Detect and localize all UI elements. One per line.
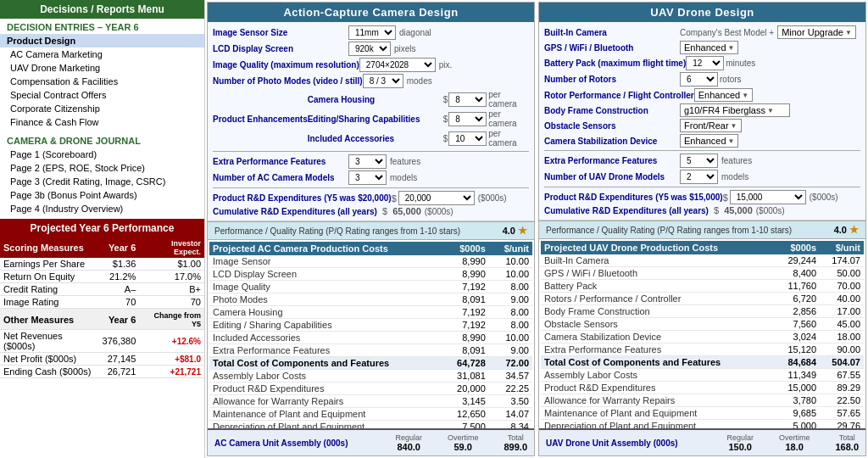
editing-sharing-unit: per camera (488, 109, 529, 128)
extra-perf-value: 3 features (348, 154, 420, 169)
netprofit-change: +$81.0 (139, 353, 204, 366)
cost-unit: 57.65 (820, 407, 864, 420)
image-quality-label: Image Quality (maximum resolution) (213, 60, 359, 70)
sidebar-journal-page3[interactable]: Page 3 (Credit Rating, Image, CSRC) (0, 175, 204, 188)
table-row: Depreciation of Plant and Equipment5,000… (541, 420, 864, 429)
editing-sharing-row: Editing/Sharing Capabilities $ 8 per cam… (308, 109, 529, 128)
battery-row: Battery Pack (maximum flight time) 12 mi… (544, 56, 860, 70)
cost-k: 3,024 (770, 331, 821, 344)
cost-name: Included Accessories (209, 332, 439, 344)
camera-rating-label: Performance / Quality Rating (P/Q Rating… (214, 226, 460, 236)
photo-modes-row: Number of Photo Modes (video / still) 8 … (213, 74, 529, 88)
sidebar-item-compensation[interactable]: Compensation & Facilities (0, 75, 204, 88)
extra-perf-select[interactable]: 3 (348, 154, 387, 169)
image-quality-value: 2704×2028 pix. (359, 58, 453, 72)
enhancements-items: Camera Housing $ 8 per camera Editing/Sh… (308, 90, 529, 148)
cost-name: Assembly Labor Costs (209, 370, 439, 383)
table-row: Product R&D Expenditures15,00089.29 (541, 382, 864, 394)
battery-select[interactable]: 12 (686, 56, 724, 70)
sidebar-journal-page2[interactable]: Page 2 (EPS, ROE, Stock Price) (0, 161, 204, 175)
table-row: Extra Performance Features15,12090.00 (541, 344, 864, 356)
cost-unit: 22.25 (489, 383, 532, 395)
cumulative-rd-row: Cumulative R&D Expenditures (all years) … (213, 206, 529, 216)
rotors-select[interactable]: 6 (680, 72, 718, 87)
cost-unit: 90.00 (820, 344, 864, 356)
photo-modes-select[interactable]: 8 / 3 (363, 74, 403, 88)
cost-k: 6,720 (770, 293, 821, 305)
table-row: Camera Housing7,1928.00 (209, 306, 532, 319)
cost-unit: 18.00 (820, 331, 864, 344)
image-quality-select[interactable]: 2704×2028 (359, 58, 436, 72)
num-drone-models-value: 2 models (680, 170, 748, 184)
cumulative-rd-value: $ 65,000 ($000s) (382, 206, 453, 216)
sidebar-item-corporate[interactable]: Corporate Citizenship (0, 102, 204, 115)
drone-overtime-header: Overtime (779, 433, 810, 442)
cost-k: 12,650 (439, 408, 489, 421)
journal-title: CAMERA & DRONE JOURNAL (0, 132, 204, 148)
cost-unit: 8.00 (489, 319, 532, 332)
cost-name: Allowance for Warranty Repairs (209, 395, 439, 408)
sidebar-journal-page3b[interactable]: Page 3b (Bonus Point Awards) (0, 188, 204, 202)
sidebar-item-product-design[interactable]: Product Design (0, 34, 204, 47)
drone-total-val: 168.0 (835, 442, 859, 452)
sidebar-journal-page4[interactable]: Page 4 (Industry Overview) (0, 202, 204, 215)
num-camera-models-select[interactable]: 3 (348, 170, 387, 185)
drone-rating-value: 4.0 ★ (834, 224, 859, 236)
lcd-row: LCD Display Screen 920k pixels (213, 42, 529, 56)
body-frame-select[interactable]: g10/FR4 Fiberglass ▼ (680, 103, 790, 117)
drone-rating-label: Performance / Quality Rating (P/Q Rating… (546, 226, 792, 235)
cost-unit: 8.00 (489, 281, 532, 293)
table-row: Depreciation of Plant and Equipment7,500… (209, 421, 532, 429)
cam-stabilization-select[interactable]: Enhanced ▼ (680, 134, 738, 148)
camera-rating-value: 4.0 ★ (503, 225, 527, 237)
drone-rd-select[interactable]: 15,000 (730, 190, 806, 204)
rd-label: Product R&D Expenditures (Y5 was $20,000… (213, 193, 392, 203)
cost-unit: 50.00 (820, 267, 864, 280)
sidebar-header: Decisions / Reports Menu (0, 0, 204, 19)
lcd-select[interactable]: 920k (348, 42, 391, 56)
cost-unit: 34.57 (489, 370, 532, 383)
rotor-perf-label: Rotor Performance / Flight Controller (544, 91, 694, 100)
cost-unit: 89.29 (820, 382, 864, 394)
camera-housing-select[interactable]: 8 (448, 92, 487, 107)
cost-unit: 9.00 (489, 293, 532, 306)
table-row: Return On Equity 21.2% 17.0% (0, 271, 204, 283)
sidebar-item-ac-camera[interactable]: AC Camera Marketing (0, 47, 204, 61)
accessories-unit: per camera (488, 129, 529, 148)
cost-name: Image Quality (209, 281, 439, 293)
rotor-perf-select[interactable]: Enhanced ▼ (694, 88, 753, 102)
editing-sharing-select[interactable]: 8 (448, 112, 487, 126)
credit-investor: B+ (139, 283, 204, 296)
photo-modes-value: 8 / 3 modes (363, 74, 432, 88)
cost-name: GPS / WiFi / Bluetooth (541, 267, 770, 280)
sidebar-item-uav-drone[interactable]: UAV Drone Marketing (0, 61, 204, 75)
dropdown-arrow-4: ▼ (767, 107, 774, 114)
sidebar-item-finance[interactable]: Finance & Cash Flow (0, 115, 204, 129)
obstacle-sensors-select[interactable]: Front/Rear ▼ (680, 119, 742, 132)
cost-name: Battery Pack (541, 280, 770, 293)
builtin-camera-select[interactable]: Minor Upgrade ▼ (777, 25, 856, 39)
image-sensor-select[interactable]: 11mm (348, 25, 396, 40)
panels-row: Action-Capture Camera Design Image Senso… (205, 0, 868, 458)
gps-select[interactable]: Enhanced ▼ (680, 41, 738, 54)
body-frame-row: Body Frame Construction g10/FR4 Fibergla… (544, 103, 860, 117)
sidebar-journal-page1[interactable]: Page 1 (Scoreboard) (0, 148, 204, 161)
table-row: Net Revenues ($000s) 376,380 +12.6% (0, 330, 204, 353)
endingcash-year6: 26,721 (99, 366, 140, 378)
cost-name: Camera Stabilization Device (541, 331, 770, 344)
cost-k: 20,000 (439, 383, 489, 395)
rd-select[interactable]: 20,000 (398, 191, 475, 205)
camera-housing-label: Camera Housing (308, 95, 443, 104)
num-drone-models-select[interactable]: 2 (680, 170, 718, 184)
sidebar-item-special-contracts[interactable]: Special Contract Offers (0, 88, 204, 102)
num-camera-models-unit: models (390, 173, 417, 182)
cost-name: Editing / Sharing Capabilities (209, 319, 439, 332)
camera-cost-col1: Projected AC Camera Production Costs (209, 242, 439, 255)
credit-year6: A– (99, 283, 140, 296)
accessories-select[interactable]: 10 (448, 131, 487, 146)
drone-regular-header: Regular (726, 433, 754, 442)
cost-k: 15,120 (770, 344, 821, 356)
drone-extra-perf-select[interactable]: 5 (680, 154, 718, 168)
gps-label: GPS / WiFi / Bluetooth (544, 43, 680, 53)
cost-unit: 17.00 (820, 305, 864, 318)
